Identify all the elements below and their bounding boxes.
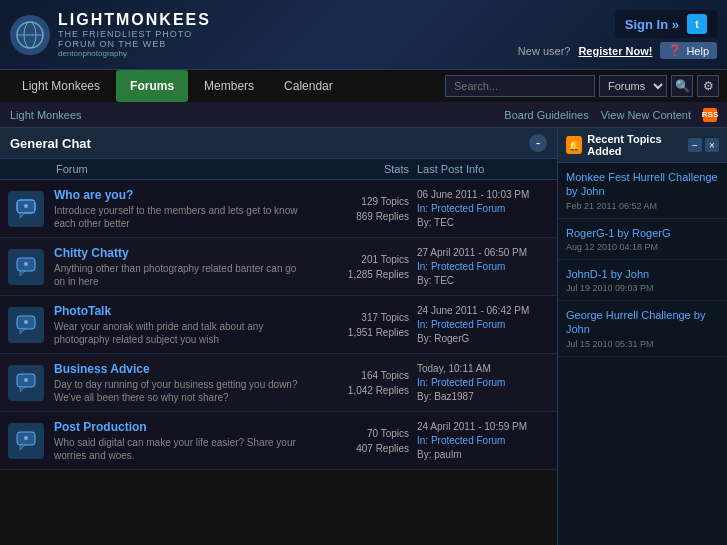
search-icon: 🔍	[675, 79, 690, 93]
forum-stats: 70 Topics 407 Replies	[309, 426, 409, 456]
column-forum: Forum	[8, 163, 309, 175]
search-scope-dropdown[interactable]: Forums	[599, 75, 667, 97]
forum-name[interactable]: Post Production	[54, 420, 309, 434]
nav-item-calendar[interactable]: Calendar	[270, 70, 347, 102]
sidebar-minimize-button[interactable]: −	[688, 138, 702, 152]
breadcrumb-bar: Light Monkees Board Guidelines View New …	[0, 102, 727, 128]
forum-area: General Chat - Forum Stats Last Post Inf…	[0, 128, 557, 545]
forum-name[interactable]: Who are you?	[54, 188, 309, 202]
settings-icon: ⚙	[703, 79, 714, 93]
sidebar-item-title[interactable]: George Hurrell Challenge by John	[566, 308, 719, 337]
forum-lastpost: 27 April 2011 - 06:50 PM In: Protected F…	[409, 246, 549, 288]
sidebar-item: RogerG-1 by RogerG Aug 12 2010 04:18 PM	[558, 219, 727, 260]
signin-area: Sign In » t	[615, 10, 717, 38]
sidebar: 🔔 Recent Topics Added − × Monkee Fest Hu…	[557, 128, 727, 545]
nav-right: Forums 🔍 ⚙	[445, 75, 719, 97]
column-stats: Stats	[309, 163, 409, 175]
svg-marker-8	[20, 271, 25, 276]
site-tagline: The Friendliest Photo Forum on the Web	[58, 29, 211, 49]
forum-row: Chitty Chatty Anything other than photog…	[0, 238, 557, 296]
forum-info: Business Advice Day to day running of yo…	[54, 362, 309, 404]
forum-info: Post Production Who said digital can mak…	[54, 420, 309, 462]
forum-icon	[8, 365, 44, 401]
register-area: New user? Register Now! ❓ Help	[518, 42, 717, 59]
sidebar-controls: − ×	[688, 138, 719, 152]
forum-name[interactable]: Chitty Chatty	[54, 246, 309, 260]
sidebar-item-meta: Feb 21 2011 06:52 AM	[566, 201, 719, 211]
forum-name[interactable]: Business Advice	[54, 362, 309, 376]
sidebar-item: George Hurrell Challenge by John Jul 15 …	[558, 301, 727, 357]
nav-bar: Light Monkees Forums Members Calendar Fo…	[0, 70, 727, 102]
sidebar-item-meta: Jul 15 2010 05:31 PM	[566, 339, 719, 349]
sidebar-header-left: 🔔 Recent Topics Added	[566, 133, 688, 157]
forum-lastpost: Today, 10:11 AM In: Protected Forum By: …	[409, 362, 549, 404]
sidebar-item-meta: Jul 19 2010 09:03 PM	[566, 283, 719, 293]
forum-stats: 164 Topics 1,042 Replies	[309, 368, 409, 398]
board-guidelines-link[interactable]: Board Guidelines	[504, 109, 588, 121]
forum-lastpost: 06 June 2011 - 10:03 PM In: Protected Fo…	[409, 188, 549, 230]
sidebar-item: Monkee Fest Hurrell Challenge by John Fe…	[558, 163, 727, 219]
recent-topics-icon: 🔔	[566, 136, 582, 154]
forum-stats: 317 Topics 1,951 Replies	[309, 310, 409, 340]
help-icon: ❓	[668, 44, 682, 57]
logo-text: LightMonkees The Friendliest Photo Forum…	[58, 11, 211, 58]
breadcrumb-home[interactable]: Light Monkees	[10, 109, 82, 121]
nav-item-forums[interactable]: Forums	[116, 70, 188, 102]
forum-lastpost: 24 April 2011 - 10:59 PM In: Protected F…	[409, 420, 549, 462]
svg-point-15	[24, 378, 28, 382]
section-title: General Chat	[10, 136, 91, 151]
sidebar-header: 🔔 Recent Topics Added − ×	[558, 128, 727, 163]
sidebar-item-meta: Aug 12 2010 04:18 PM	[566, 242, 719, 252]
main-content: General Chat - Forum Stats Last Post Inf…	[0, 128, 727, 545]
forum-info: PhotoTalk Wear your anorak with pride an…	[54, 304, 309, 346]
settings-button[interactable]: ⚙	[697, 75, 719, 97]
svg-point-18	[24, 436, 28, 440]
register-link[interactable]: Register Now!	[578, 45, 652, 57]
svg-marker-17	[20, 445, 25, 450]
nav-left: Light Monkees Forums Members Calendar	[8, 70, 347, 102]
forum-row: Who are you? Introduce yourself to the m…	[0, 180, 557, 238]
breadcrumb-right: Board Guidelines View New Content RSS	[504, 108, 717, 122]
search-button[interactable]: 🔍	[671, 75, 693, 97]
twitter-icon[interactable]: t	[687, 14, 707, 34]
forum-row: Business Advice Day to day running of yo…	[0, 354, 557, 412]
logo-icon	[10, 15, 50, 55]
signin-button[interactable]: Sign In »	[625, 17, 679, 32]
forum-icon	[8, 307, 44, 343]
forum-info: Chitty Chatty Anything other than photog…	[54, 246, 309, 288]
header: LightMonkees The Friendliest Photo Forum…	[0, 0, 727, 70]
new-user-label: New user?	[518, 45, 571, 57]
rss-icon[interactable]: RSS	[703, 108, 717, 122]
sidebar-item-title[interactable]: JohnD-1 by John	[566, 267, 719, 281]
svg-marker-14	[20, 387, 25, 392]
forum-row: Post Production Who said digital can mak…	[0, 412, 557, 470]
forum-row: PhotoTalk Wear your anorak with pride an…	[0, 296, 557, 354]
section-header: General Chat -	[0, 128, 557, 159]
forum-name[interactable]: PhotoTalk	[54, 304, 309, 318]
forum-icon	[8, 191, 44, 227]
forum-lastpost: 24 June 2011 - 06:42 PM In: Protected Fo…	[409, 304, 549, 346]
sidebar-title: Recent Topics Added	[587, 133, 688, 157]
sidebar-item-title[interactable]: RogerG-1 by RogerG	[566, 226, 719, 240]
view-new-content-link[interactable]: View New Content	[601, 109, 691, 121]
forum-desc: Introduce yourself to the members and le…	[54, 204, 309, 230]
collapse-button[interactable]: -	[529, 134, 547, 152]
svg-marker-5	[20, 213, 25, 218]
forum-desc: Day to day running of your business gett…	[54, 378, 309, 404]
nav-item-members[interactable]: Members	[190, 70, 268, 102]
forum-icon	[8, 249, 44, 285]
sidebar-close-button[interactable]: ×	[705, 138, 719, 152]
site-attribution: dentonphotography	[58, 49, 211, 58]
forum-desc: Wear your anorak with pride and talk abo…	[54, 320, 309, 346]
forum-icon	[8, 423, 44, 459]
help-button[interactable]: ❓ Help	[660, 42, 717, 59]
svg-point-12	[24, 320, 28, 324]
column-lastpost: Last Post Info	[409, 163, 549, 175]
forum-info: Who are you? Introduce yourself to the m…	[54, 188, 309, 230]
nav-item-lightmonkees[interactable]: Light Monkees	[8, 70, 114, 102]
sidebar-item: JohnD-1 by John Jul 19 2010 09:03 PM	[558, 260, 727, 301]
forum-stats: 201 Topics 1,285 Replies	[309, 252, 409, 282]
sidebar-item-title[interactable]: Monkee Fest Hurrell Challenge by John	[566, 170, 719, 199]
forum-stats: 129 Topics 869 Replies	[309, 194, 409, 224]
search-input[interactable]	[445, 75, 595, 97]
